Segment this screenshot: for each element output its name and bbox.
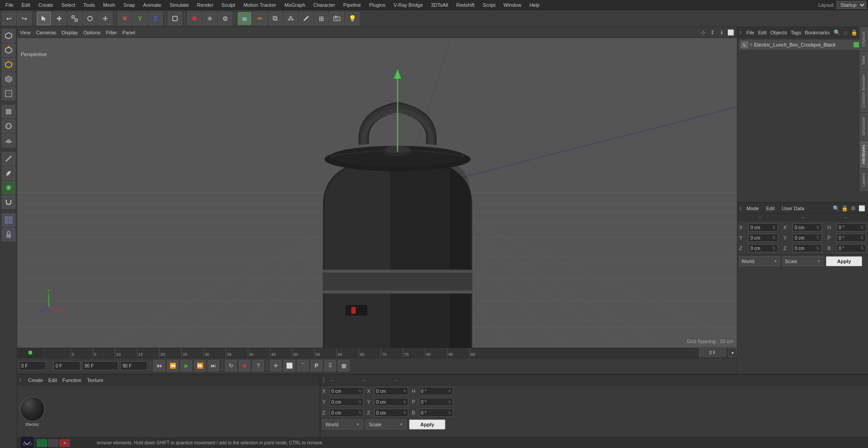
menu-vray[interactable]: V-Ray Bridge [390, 1, 427, 9]
menu-sculpt[interactable]: Sculpt [218, 1, 239, 9]
menu-help[interactable]: Help [526, 1, 543, 9]
side-tab-layers[interactable]: Layers [860, 169, 868, 191]
attr-stepper-p[interactable]: ⇅ [860, 236, 864, 240]
sidebar-uv-edit[interactable] [2, 87, 15, 100]
loop-button[interactable]: ↻ [225, 360, 237, 372]
goto-end-button[interactable]: ⏭ [208, 360, 219, 372]
end-frame-input2[interactable]: 90 F [120, 361, 147, 370]
transform-tool-button[interactable]: ✛ [98, 12, 113, 25]
menu-window[interactable]: Window [500, 1, 525, 9]
sidebar-mode-polygons[interactable] [2, 72, 15, 86]
attr-stepper-y2[interactable]: ⇅ [816, 236, 820, 240]
scale-select[interactable]: Scale ▼ [783, 256, 823, 266]
viewport-panel-menu[interactable]: Panel [123, 30, 135, 35]
restore-button[interactable] [48, 439, 58, 447]
timeline-ruler[interactable]: 0 5 10 15 20 25 30 35 40 45 50 [17, 348, 737, 358]
material-item-electric[interactable]: Electric [20, 396, 45, 427]
sidebar-mode-points[interactable] [2, 43, 15, 57]
attr-stepper-z2[interactable]: ⇅ [816, 246, 820, 250]
attr-stepper-y[interactable]: ⇅ [772, 236, 776, 240]
cube-view-button[interactable] [268, 12, 283, 25]
frame-step-button[interactable]: ▾ [728, 348, 737, 357]
attr-z-pos-input[interactable]: 0 cm ⇅ [748, 244, 778, 252]
coord-y-size[interactable]: 0 cm ⇅ [374, 398, 408, 406]
coord-y-pos[interactable]: 0 cm ⇅ [330, 398, 363, 406]
attr-p-rot-input[interactable]: 0 ° ⇅ [836, 234, 866, 242]
apply-btn-bottom[interactable]: Apply [409, 420, 445, 429]
timeline-ruler-marks[interactable]: 0 5 10 15 20 25 30 35 40 45 50 [43, 348, 491, 358]
close-button[interactable]: × [60, 439, 70, 447]
bookmarks-menu[interactable]: Bookmarks [805, 30, 830, 35]
p-button[interactable]: P [311, 360, 322, 372]
coord-x-size[interactable]: 0 cm ⇅ [374, 387, 408, 395]
sidebar-sphere-tool[interactable] [2, 119, 15, 133]
object-row-crockpot[interactable]: L 0 Electric_Lunch_Box_Crockpot_Black [739, 40, 866, 50]
sidebar-mode-edges[interactable] [2, 58, 15, 71]
objects-lock-icon[interactable]: 🔒 [850, 29, 858, 36]
camera-button[interactable] [330, 12, 344, 25]
attributes-userdata-menu[interactable]: User Data [782, 206, 805, 211]
material-create-menu[interactable]: Create [28, 377, 43, 383]
record-mode-button[interactable]: ⏺ [239, 360, 250, 372]
coord-p-rot[interactable]: 0 ° ⇅ [419, 398, 453, 406]
world-select[interactable]: World ▼ [739, 256, 780, 266]
side-tab-content[interactable]: Content Browser [860, 70, 868, 112]
dots-button[interactable]: ⠿ [324, 360, 336, 372]
sidebar-magnet-s-tool[interactable] [2, 195, 15, 209]
attr-stepper-z[interactable]: ⇅ [772, 246, 776, 250]
world-dropdown[interactable]: World ▼ [322, 420, 363, 429]
attr-h-rot-input[interactable]: 0 ° ⇅ [836, 223, 866, 231]
viewport-icon-arrows[interactable]: ⇕ [709, 29, 716, 36]
viewport-display-menu[interactable]: Display [61, 30, 78, 35]
objects-search-icon[interactable]: 🔍 [833, 29, 840, 36]
sidebar-mode-object[interactable] [2, 29, 15, 42]
attr-x-pos-input[interactable]: 0 cm ⇅ [748, 223, 778, 231]
paint-button[interactable]: ✏ [253, 12, 267, 25]
step-back-button[interactable]: ⏪ [167, 360, 179, 372]
side-tab-take[interactable]: Take [860, 52, 868, 69]
side-tab-attributes[interactable]: Attributes [860, 141, 868, 168]
step-forward-button[interactable]: ⏩ [194, 360, 206, 372]
goto-start-button[interactable]: ⏮ [153, 360, 165, 372]
menu-redshift[interactable]: Redshift [453, 1, 478, 9]
select-tool-button[interactable] [37, 12, 51, 25]
menu-select[interactable]: Select [58, 1, 79, 9]
menu-motiontracker[interactable]: Motion Tracker [240, 1, 280, 9]
viewport-options-menu[interactable]: Options [83, 30, 100, 35]
attr-b-rot-input[interactable]: 0 ° ⇅ [836, 244, 866, 252]
menu-snap[interactable]: Snap [120, 1, 139, 9]
redo-button[interactable]: ↪ [17, 12, 32, 25]
sidebar-line-tool[interactable] [2, 152, 15, 165]
menu-animate[interactable]: Animate [140, 1, 165, 9]
menu-mesh[interactable]: Mesh [99, 1, 119, 9]
attr-search-icon[interactable]: 🔍 [832, 205, 840, 212]
objects-home-icon[interactable]: ⌂ [842, 29, 849, 36]
viewport-view-menu[interactable]: View [20, 30, 31, 35]
scale-tool-button[interactable] [67, 12, 82, 25]
sidebar-sculpt-tool[interactable] [2, 181, 15, 194]
sidebar-lock-tool[interactable] [2, 228, 15, 241]
attr-stepper-x[interactable]: ⇅ [772, 225, 776, 230]
side-tab-objects[interactable]: Objects [860, 27, 868, 51]
preview-start-input[interactable]: 0 F [53, 361, 80, 370]
bar-chart-button[interactable]: ▦ [338, 360, 349, 372]
viewport[interactable]: View Cameras Display Options Filter Pane… [17, 27, 737, 374]
coord-b-rot[interactable]: 0 ° ⇅ [419, 409, 453, 417]
objects-file-menu[interactable]: File [746, 30, 755, 35]
sidebar-grid-tool[interactable] [2, 213, 15, 227]
magnet-button[interactable]: ⁂ [283, 12, 298, 25]
menu-3dtoall[interactable]: 3DToAll [427, 1, 452, 9]
coord-x-pos[interactable]: 0 cm ⇅ [330, 387, 363, 395]
y-axis-button[interactable]: Y [133, 12, 147, 25]
menu-plugins[interactable]: Plugins [365, 1, 389, 9]
keyframe-button[interactable] [203, 12, 217, 25]
objects-menu[interactable]: Objects [770, 30, 787, 35]
viewport-icon-expand[interactable]: ⬜ [727, 29, 734, 36]
attr-stepper-x2[interactable]: ⇅ [816, 225, 820, 230]
attr-x-rot-input[interactable]: 0 cm ⇅ [793, 223, 822, 231]
move-tool-button[interactable] [52, 12, 66, 25]
move-keyframe-button[interactable]: ✛ [270, 360, 282, 372]
menu-mograph[interactable]: MoGraph [281, 1, 309, 9]
record-button[interactable] [187, 12, 202, 25]
settings-button[interactable]: ⚙ [218, 12, 232, 25]
